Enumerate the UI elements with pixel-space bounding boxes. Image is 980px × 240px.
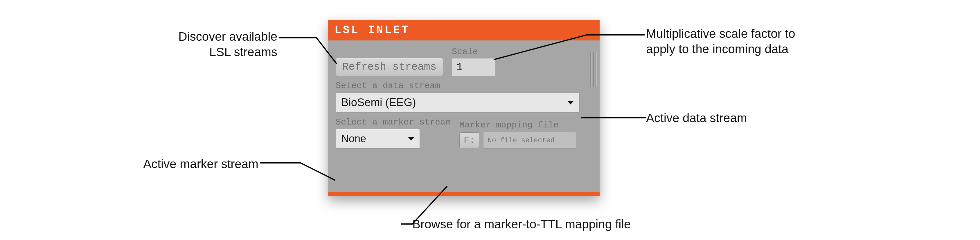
marker-mapping-field: Marker mapping file F: No file selected bbox=[459, 120, 576, 149]
file-status-box: No file selected bbox=[483, 132, 576, 149]
refresh-field: Refresh streams bbox=[336, 46, 443, 76]
panel-body: Refresh streams Scale Select a data stre… bbox=[328, 40, 600, 155]
row-marker-file: Select a marker stream None Marker mappi… bbox=[336, 117, 592, 149]
marker-stream-dropdown[interactable]: None bbox=[336, 129, 420, 149]
callout-refresh: Discover availableLSL streams bbox=[115, 29, 277, 60]
refresh-streams-button[interactable]: Refresh streams bbox=[336, 58, 443, 76]
chevron-down-icon bbox=[566, 100, 574, 105]
marker-mapping-label: Marker mapping file bbox=[459, 120, 576, 130]
panel-title: LSL INLET bbox=[328, 20, 600, 40]
marker-stream-value: None bbox=[341, 133, 366, 145]
row-refresh-scale: Refresh streams Scale bbox=[336, 46, 592, 76]
data-stream-label: Select a data stream bbox=[336, 81, 592, 91]
callout-data-stream: Active data stream bbox=[646, 110, 850, 126]
data-stream-dropdown[interactable]: BioSemi (EEG) bbox=[336, 93, 579, 113]
data-stream-value: BioSemi (EEG) bbox=[341, 96, 416, 109]
scale-input[interactable] bbox=[452, 58, 495, 76]
marker-stream-field: Select a marker stream None bbox=[336, 117, 451, 149]
scale-label: Scale bbox=[452, 47, 495, 57]
marker-stream-label: Select a marker stream bbox=[336, 117, 451, 127]
chevron-down-icon bbox=[407, 136, 415, 141]
callout-file-browse: Browse for a marker-to-TTL mapping file bbox=[412, 217, 761, 232]
data-stream-field: Select a data stream BioSemi (EEG) bbox=[336, 81, 592, 113]
lsl-inlet-panel: LSL INLET Refresh streams Scale Select a… bbox=[328, 20, 600, 196]
file-browse-button[interactable]: F: bbox=[459, 132, 479, 148]
callout-marker-stream: Active marker stream bbox=[80, 157, 258, 172]
callout-scale: Multiplicative scale factor toapply to t… bbox=[646, 26, 907, 57]
scale-field: Scale bbox=[452, 47, 495, 76]
panel-footer-bar bbox=[328, 192, 600, 196]
